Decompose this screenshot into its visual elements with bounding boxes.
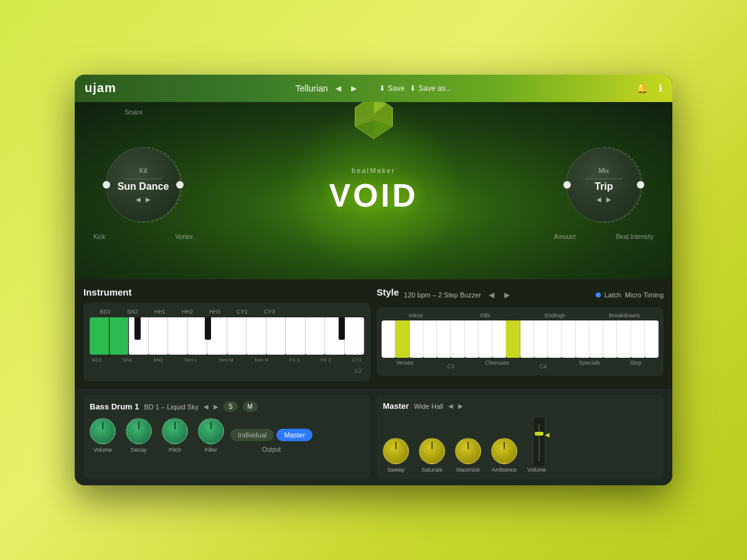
header-actions: 🔔 ℹ bbox=[636, 82, 662, 94]
preset-prev-btn[interactable]: ◀ bbox=[333, 83, 344, 94]
panels-row: Instrument BD2 SN2 HH1 HH2 HH3 CY1 CY3 bbox=[75, 279, 672, 389]
output-toggle: Individual Master bbox=[230, 429, 312, 441]
style-row-labels: Verses C3 Choruses C4 Specials Stop bbox=[382, 360, 659, 371]
maximize-knob: Maximize bbox=[455, 438, 481, 473]
pitch-knob-indicator bbox=[174, 422, 176, 429]
endings-label: Endings bbox=[521, 312, 590, 319]
drum-labels: BD2 SN2 HH1 HH2 HH3 CY1 CY3 bbox=[90, 309, 364, 315]
volume-knob-circle[interactable] bbox=[90, 418, 116, 444]
header-center: Tellurian ◀ ▶ ⬇ Save ⬇ Save as... bbox=[296, 83, 452, 94]
master-prev[interactable]: ◀ bbox=[448, 403, 453, 409]
amount-label: Amount bbox=[554, 233, 575, 240]
mix-knob-container: Mix Trip ◀ ▶ bbox=[560, 141, 647, 228]
verses-label: Verses bbox=[382, 360, 428, 371]
kit-next[interactable]: ▶ bbox=[146, 196, 151, 203]
bass-drum-header: Bass Drum 1 BD 1 – Liquid Sky ◀ ▶ S M bbox=[90, 401, 364, 412]
preset-name: Tellurian bbox=[296, 83, 328, 93]
beat-intensity-label: Beat Intensity bbox=[616, 233, 654, 240]
kit-nav: ◀ ▶ bbox=[136, 196, 151, 203]
fader-handle[interactable] bbox=[535, 432, 543, 436]
kit-label: Kit bbox=[139, 167, 148, 174]
individual-btn[interactable]: Individual bbox=[230, 429, 274, 441]
maximize-knob-circle[interactable] bbox=[455, 438, 481, 464]
kick-label: Kick bbox=[93, 233, 105, 240]
header: ujam Tellurian ◀ ▶ ⬇ Save ⬇ Save as... 🔔… bbox=[75, 75, 672, 102]
hero-logo: beatMaker VOID bbox=[329, 167, 418, 214]
pitch-knob-circle[interactable] bbox=[162, 418, 188, 444]
mix-value: Trip bbox=[594, 181, 613, 192]
sweep-knob-indicator bbox=[395, 442, 397, 449]
decay-knob: Decay bbox=[126, 418, 152, 453]
c3-label: C3 bbox=[448, 363, 455, 370]
gem-icon bbox=[349, 102, 398, 142]
mix-prev[interactable]: ◀ bbox=[596, 196, 601, 203]
fader-arrow: ◀ bbox=[545, 431, 550, 438]
master-panel: Master Wide Hall ◀ ▶ Sweep bbox=[377, 395, 664, 479]
master-preset: Wide Hall bbox=[414, 403, 443, 410]
latch-dot bbox=[596, 292, 601, 297]
bass-drum-panel: Bass Drum 1 BD 1 – Liquid Sky ◀ ▶ S M Vo… bbox=[83, 395, 370, 479]
sweep-knob-circle[interactable] bbox=[383, 438, 409, 464]
c4-label: C4 bbox=[540, 363, 547, 370]
notification-icon[interactable]: 🔔 bbox=[636, 82, 649, 94]
filter-knob-label: Filter bbox=[205, 447, 217, 453]
sn1-label: SN1 bbox=[123, 357, 133, 363]
keyboard-labels: BD1 SN1 SN3 Tom L Tom M Tom H FX 1 FX 2 … bbox=[90, 356, 364, 364]
volume-fader[interactable]: ◀ bbox=[533, 417, 545, 467]
style-keyboard[interactable] bbox=[382, 320, 659, 358]
mute-button[interactable]: M bbox=[243, 401, 258, 412]
style-prev-btn[interactable]: ◀ bbox=[486, 289, 497, 301]
output-label: Output bbox=[262, 446, 281, 453]
mix-next[interactable]: ▶ bbox=[606, 196, 611, 203]
c2-label: C2 bbox=[90, 364, 364, 375]
bd1-label: BD1 bbox=[92, 357, 102, 363]
drum-label-hh2: HH2 bbox=[174, 309, 200, 315]
filter-knob-circle[interactable] bbox=[198, 418, 224, 444]
kit-knob-dot-left bbox=[103, 181, 110, 189]
saturate-knob: Saturate bbox=[419, 438, 445, 473]
kit-knob-container: Kit Sun Dance ◀ ▶ bbox=[100, 141, 187, 228]
style-section-labels: Intros Fills Endings Breakdowns bbox=[382, 312, 659, 319]
style-next-btn[interactable]: ▶ bbox=[502, 289, 512, 301]
saturate-knob-circle[interactable] bbox=[419, 438, 445, 464]
solo-button[interactable]: S bbox=[223, 401, 238, 412]
instrument-bottom: Bass Drum 1 BD 1 – Liquid Sky ◀ ▶ S M Vo… bbox=[75, 389, 672, 485]
breakdowns-label: Breakdowns bbox=[590, 312, 659, 319]
specials-label: Specials bbox=[566, 360, 613, 371]
filter-knob-indicator bbox=[210, 422, 212, 429]
save-as-button[interactable]: ⬇ Save as... bbox=[410, 84, 451, 93]
drum-label-hh3: HH3 bbox=[202, 309, 228, 315]
info-icon[interactable]: ℹ bbox=[659, 82, 662, 94]
drum-label-cy3: CY3 bbox=[256, 309, 283, 315]
master-title: Master bbox=[383, 401, 409, 411]
master-header: Master Wide Hall ◀ ▶ bbox=[383, 401, 657, 411]
ambience-knob-label: Ambience bbox=[492, 467, 517, 473]
kit-knob[interactable]: Kit Sun Dance ◀ ▶ bbox=[106, 147, 181, 222]
mix-knob[interactable]: Mix Trip ◀ ▶ bbox=[566, 147, 641, 222]
pitch-knob: Pitch bbox=[162, 418, 188, 453]
mix-knob-dot-left bbox=[563, 181, 571, 189]
instrument-title: Instrument bbox=[83, 287, 370, 297]
drum-label-sn2: SN2 bbox=[120, 309, 146, 315]
tomm-label: Tom M bbox=[218, 357, 233, 363]
app-logo: ujam bbox=[85, 81, 116, 95]
maximize-knob-label: Maximize bbox=[456, 467, 480, 473]
master-btn[interactable]: Master bbox=[276, 429, 312, 441]
pitch-knob-label: Pitch bbox=[169, 447, 181, 453]
master-volume-label: Volume bbox=[527, 467, 546, 473]
keyboard-upper[interactable] bbox=[90, 317, 364, 355]
preset-next-btn[interactable]: ▶ bbox=[349, 83, 359, 94]
decay-knob-circle[interactable] bbox=[126, 418, 152, 444]
style-title: Style bbox=[377, 287, 399, 297]
bass-drum-title: Bass Drum 1 bbox=[90, 402, 139, 411]
bass-drum-next[interactable]: ▶ bbox=[214, 403, 218, 410]
maximize-knob-indicator bbox=[467, 442, 469, 449]
ambience-knob-circle[interactable] bbox=[491, 438, 517, 464]
style-keyboard-container: Intros Fills Endings Breakdowns bbox=[377, 307, 664, 376]
latch-label: Latch bbox=[604, 291, 621, 299]
kit-prev[interactable]: ◀ bbox=[136, 196, 141, 203]
bass-drum-prev[interactable]: ◀ bbox=[204, 403, 209, 410]
volume-knob-indicator bbox=[102, 422, 103, 429]
master-next[interactable]: ▶ bbox=[458, 403, 463, 409]
save-button[interactable]: ⬇ Save bbox=[379, 84, 405, 93]
